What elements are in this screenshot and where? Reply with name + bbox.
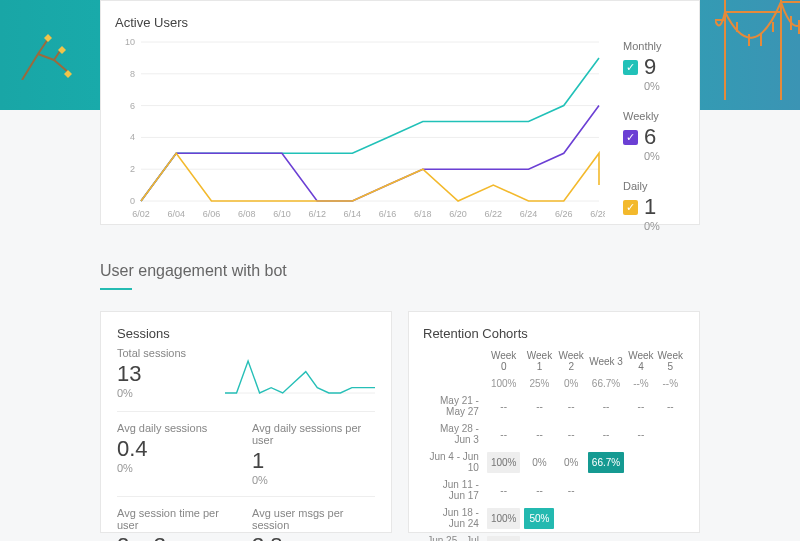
metric-label: Avg user msgs per session [252, 507, 375, 531]
table-row: Jun 11 - Jun 17------ [423, 476, 685, 504]
legend-checkbox[interactable]: ✓ [623, 60, 638, 75]
legend-value: 1 [644, 194, 656, 220]
row-range: Jun 4 - Jun 10 [423, 448, 485, 476]
active-users-card: Active Users 02468106/026/046/066/086/10… [100, 0, 700, 225]
retention-cell: -- [556, 476, 585, 504]
retention-title: Retention Cohorts [423, 326, 685, 341]
retention-cell: 66.7% [586, 448, 626, 476]
svg-text:6/16: 6/16 [379, 209, 397, 219]
svg-text:6/28: 6/28 [590, 209, 605, 219]
svg-text:6/18: 6/18 [414, 209, 432, 219]
legend-label: Daily [623, 180, 687, 192]
metric-value: 0.4 [117, 436, 240, 462]
table-header: Week 0 [485, 347, 523, 375]
table-header-value: 100% [485, 375, 523, 392]
table-row: May 28 - Jun 3---------- [423, 420, 685, 448]
retention-cell: -- [522, 420, 556, 448]
table-header: Week 4 [626, 347, 655, 375]
svg-text:6/22: 6/22 [485, 209, 503, 219]
legend-checkbox[interactable]: ✓ [623, 130, 638, 145]
svg-text:6/08: 6/08 [238, 209, 256, 219]
retention-cell: 100% [485, 532, 523, 541]
total-sessions-metric: Total sessions 13 0% [117, 347, 213, 399]
svg-text:6/10: 6/10 [273, 209, 291, 219]
svg-text:6/02: 6/02 [132, 209, 150, 219]
retention-cell: 100% [485, 504, 523, 532]
retention-cell: 0% [522, 448, 556, 476]
metric-label: Avg daily sessions per user [252, 422, 375, 446]
branch-illustration [20, 30, 80, 80]
legend-item-monthly: Monthly ✓ 9 0% [623, 40, 687, 92]
table-header-value: --% [656, 375, 685, 392]
metric-value: 2m 3s [117, 533, 240, 541]
retention-cell: 0% [556, 448, 585, 476]
legend-item-weekly: Weekly ✓ 6 0% [623, 110, 687, 162]
session-metric: Avg session time per user 2m 3s 0% [117, 507, 240, 541]
svg-text:8: 8 [130, 69, 135, 79]
sessions-title: Sessions [117, 326, 375, 341]
retention-cell: -- [485, 420, 523, 448]
retention-cell: -- [586, 392, 626, 420]
svg-text:2: 2 [130, 164, 135, 174]
svg-text:6/14: 6/14 [344, 209, 362, 219]
retention-cell: -- [656, 392, 685, 420]
metric-label: Avg daily sessions [117, 422, 240, 434]
table-row: Jun 25 - Jul 1100% [423, 532, 685, 541]
svg-text:10: 10 [125, 37, 135, 47]
legend-sub: 0% [644, 80, 687, 92]
metric-value: 13 [117, 361, 213, 387]
table-header-value: 0% [556, 375, 585, 392]
row-range: May 21 - May 27 [423, 392, 485, 420]
metric-label: Total sessions [117, 347, 213, 359]
legend-label: Monthly [623, 40, 687, 52]
retention-cell: -- [522, 476, 556, 504]
retention-cell: -- [556, 392, 585, 420]
retention-cell: -- [626, 392, 655, 420]
sessions-sparkline [225, 347, 375, 399]
svg-text:6/20: 6/20 [449, 209, 467, 219]
active-users-title: Active Users [115, 15, 687, 30]
session-metric: Avg daily sessions 0.4 0% [117, 422, 240, 486]
session-metric: Avg user msgs per session 3.8 0% [252, 507, 375, 541]
table-header: Week 5 [656, 347, 685, 375]
legend-sub: 0% [644, 150, 687, 162]
row-range: Jun 11 - Jun 17 [423, 476, 485, 504]
sessions-card: Sessions Total sessions 13 0% Avg daily … [100, 311, 392, 533]
table-row: Jun 4 - Jun 10100%0%0%66.7% [423, 448, 685, 476]
row-range: Jun 25 - Jul 1 [423, 532, 485, 541]
metric-sub: 0% [117, 462, 240, 474]
metric-sub: 0% [252, 474, 375, 486]
active-users-legend: Monthly ✓ 9 0% Weekly ✓ 6 0% Daily ✓ 1 0… [623, 36, 687, 232]
active-users-chart: 02468106/026/046/066/086/106/126/146/166… [115, 36, 605, 232]
table-header-value: --% [626, 375, 655, 392]
session-metric: Avg daily sessions per user 1 0% [252, 422, 375, 486]
metric-value: 3.8 [252, 533, 375, 541]
retention-cell: -- [485, 476, 523, 504]
retention-cell: 50% [522, 504, 556, 532]
table-header: Week 3 [586, 347, 626, 375]
table-header-value: 25% [522, 375, 556, 392]
metric-sub: 0% [117, 387, 213, 399]
section-title: User engagement with bot [100, 262, 287, 280]
metric-label: Avg session time per user [117, 507, 240, 531]
retention-cell: -- [556, 420, 585, 448]
retention-cell: -- [586, 420, 626, 448]
svg-text:6/06: 6/06 [203, 209, 221, 219]
legend-label: Weekly [623, 110, 687, 122]
legend-sub: 0% [644, 220, 687, 232]
row-range: May 28 - Jun 3 [423, 420, 485, 448]
svg-text:6/24: 6/24 [520, 209, 538, 219]
table-header: Week 2 [556, 347, 585, 375]
retention-card: Retention Cohorts Week 0Week 1Week 2Week… [408, 311, 700, 533]
section-underline [100, 288, 132, 290]
table-header: Week 1 [522, 347, 556, 375]
svg-text:6/04: 6/04 [167, 209, 185, 219]
legend-value: 9 [644, 54, 656, 80]
table-row: May 21 - May 27------------ [423, 392, 685, 420]
retention-cell: -- [485, 392, 523, 420]
legend-checkbox[interactable]: ✓ [623, 200, 638, 215]
retention-cell: -- [626, 420, 655, 448]
row-range: Jun 18 - Jun 24 [423, 504, 485, 532]
bridge-illustration [715, 0, 800, 100]
table-header-value: 66.7% [586, 375, 626, 392]
